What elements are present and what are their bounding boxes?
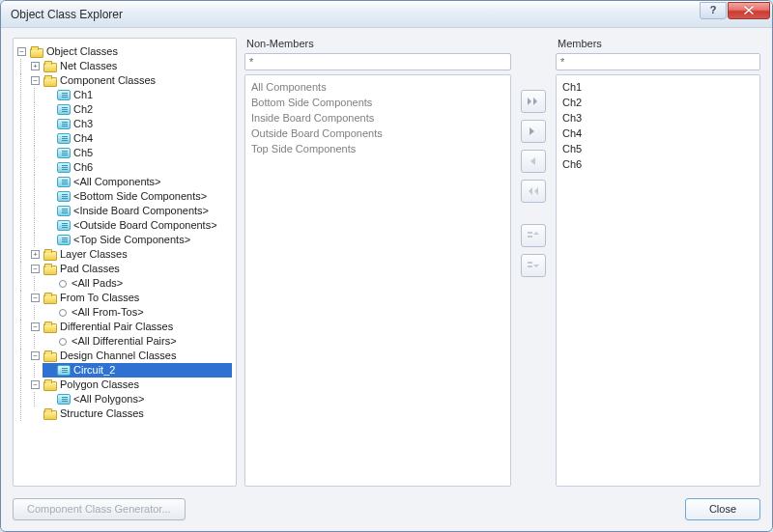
tree-item[interactable]: Ch1 (43, 88, 232, 102)
tree-item[interactable]: <Top Side Components> (43, 233, 232, 247)
tree-net-classes[interactable]: + Net Classes (29, 59, 232, 73)
tree-label: <All Differential Pairs> (72, 334, 177, 349)
object-class-explorer-window: Object Class Explorer ? − Object Classes (0, 0, 773, 532)
class-icon (57, 206, 71, 216)
tree-label: <Bottom Side Components> (73, 189, 207, 204)
tree-item[interactable]: Ch6 (43, 160, 232, 175)
tree-label: Ch6 (73, 160, 93, 175)
non-members-list[interactable]: All Components Bottom Side Components In… (244, 74, 511, 487)
class-icon (57, 162, 71, 173)
dot-icon (57, 336, 69, 348)
list-item[interactable]: Ch6 (562, 156, 754, 172)
collapse-icon[interactable]: − (31, 294, 40, 302)
tree-pad-classes[interactable]: − Pad Classes (29, 262, 232, 276)
move-down-button[interactable] (521, 254, 546, 277)
client-area: − Object Classes + Net Classes (1, 28, 772, 531)
tree-label: <All Polygons> (73, 392, 144, 406)
tree-label: <Top Side Components> (73, 233, 190, 247)
move-right-button[interactable] (521, 120, 546, 143)
dot-icon (57, 307, 69, 319)
tree-item[interactable]: <Inside Board Components> (43, 204, 232, 218)
list-item[interactable]: Outside Board Components (251, 126, 504, 141)
component-class-generator-button[interactable]: Component Class Generator... (13, 498, 186, 520)
tree-item[interactable]: <All From-Tos> (43, 305, 232, 320)
tree-item[interactable]: Ch3 (43, 117, 232, 131)
tree-item[interactable]: Ch4 (43, 131, 232, 146)
list-item[interactable]: Ch1 (562, 79, 754, 95)
tree-differential-pair-classes[interactable]: − Differential Pair Classes (29, 320, 232, 334)
class-icon (57, 133, 71, 144)
expand-icon[interactable]: + (31, 250, 40, 259)
expand-icon[interactable]: + (31, 62, 40, 70)
tree-root-object-classes[interactable]: − Object Classes (15, 44, 232, 59)
class-icon (57, 104, 71, 115)
list-item[interactable]: Bottom Side Components (251, 95, 504, 110)
tree-from-to-classes[interactable]: − From To Classes (29, 291, 232, 305)
close-button[interactable]: Close (685, 498, 760, 520)
folder-icon (43, 63, 57, 72)
tree-label: <All Pads> (72, 276, 123, 291)
tree-label: Component Classes (60, 73, 156, 88)
tree-item[interactable]: <Bottom Side Components> (43, 189, 232, 204)
tree-item[interactable]: Ch2 (43, 102, 232, 117)
tree-component-classes[interactable]: − Component Classes (29, 73, 232, 88)
tree-label: Ch3 (73, 117, 93, 131)
collapse-icon[interactable]: − (31, 380, 40, 389)
collapse-icon[interactable]: − (31, 76, 40, 85)
list-item[interactable]: Inside Board Components (251, 110, 504, 126)
help-button[interactable]: ? (700, 2, 727, 19)
collapse-icon[interactable]: − (31, 265, 40, 273)
button-label: Close (709, 503, 736, 515)
tree-label: From To Classes (60, 291, 139, 305)
tree-polygon-classes[interactable]: − Polygon Classes (29, 378, 232, 392)
tree-label: <All Components> (73, 175, 161, 189)
window-close-button[interactable] (728, 2, 770, 19)
tree-design-channel-classes[interactable]: − Design Channel Classes (29, 349, 232, 363)
tree-structure-classes[interactable]: Structure Classes (29, 406, 232, 421)
move-left-button[interactable] (521, 150, 546, 173)
members-filter-input[interactable] (556, 53, 760, 70)
list-item[interactable]: Ch3 (562, 110, 754, 126)
folder-icon (43, 381, 57, 391)
list-item[interactable]: All Components (251, 79, 504, 95)
move-up-button[interactable] (521, 224, 546, 247)
tree-item[interactable]: Ch5 (43, 146, 232, 160)
list-item[interactable]: Ch5 (562, 141, 754, 156)
folder-icon (30, 48, 43, 58)
move-all-left-button[interactable] (521, 180, 546, 203)
members-label: Members (556, 38, 760, 53)
tree-item[interactable]: <All Polygons> (43, 392, 232, 406)
tree-label: Object Classes (46, 44, 118, 59)
tree-layer-classes[interactable]: + Layer Classes (29, 247, 232, 262)
tree-label: Ch5 (73, 146, 93, 160)
titlebar[interactable]: Object Class Explorer ? (1, 1, 772, 28)
tree-item[interactable]: <All Pads> (43, 276, 232, 291)
tree-item[interactable]: <All Differential Pairs> (43, 334, 232, 349)
button-label: Component Class Generator... (27, 503, 171, 515)
transfer-buttons (519, 38, 548, 487)
members-list[interactable]: Ch1 Ch2 Ch3 Ch4 Ch5 Ch6 (556, 74, 760, 487)
list-item[interactable]: Ch4 (562, 126, 754, 141)
class-tree[interactable]: − Object Classes + Net Classes (15, 44, 232, 421)
class-icon (57, 148, 71, 158)
tree-label: Design Channel Classes (60, 349, 176, 363)
tree-item[interactable]: <All Components> (43, 175, 232, 189)
collapse-icon[interactable]: − (17, 47, 26, 56)
collapse-icon[interactable]: − (31, 351, 40, 360)
double-chevron-right-icon (528, 98, 539, 105)
tree-item-circuit-2[interactable]: Circuit_2 (43, 363, 232, 378)
class-icon (57, 394, 71, 405)
list-item[interactable]: Ch2 (562, 95, 754, 110)
collapse-icon[interactable]: − (31, 322, 40, 331)
footer: Component Class Generator... Close (13, 494, 760, 523)
tree-label: Pad Classes (60, 262, 120, 276)
move-all-right-button[interactable] (521, 90, 546, 113)
non-members-filter-input[interactable] (244, 53, 511, 70)
list-item[interactable]: Top Side Components (251, 141, 504, 156)
class-icon (57, 119, 71, 129)
tree-label: Layer Classes (60, 247, 128, 262)
tree-label: Structure Classes (60, 406, 144, 421)
main-area: − Object Classes + Net Classes (13, 38, 760, 487)
class-tree-panel[interactable]: − Object Classes + Net Classes (13, 38, 237, 487)
tree-item[interactable]: <Outside Board Components> (43, 218, 232, 233)
